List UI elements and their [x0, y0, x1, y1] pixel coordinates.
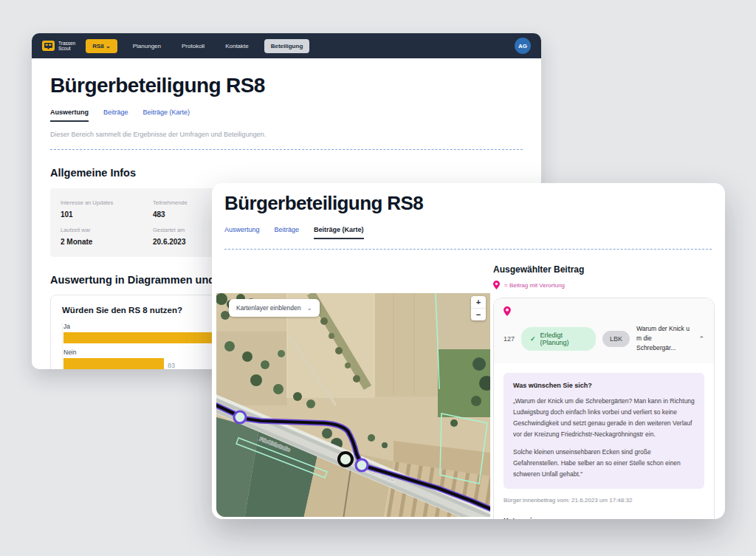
nav-item-protokoll[interactable]: Protokoll — [182, 43, 205, 49]
panel-heading: Ausgewählter Beitrag — [493, 264, 715, 275]
nav-item-kontakte[interactable]: Kontakte — [225, 43, 249, 49]
operator-badge: LBK — [602, 331, 630, 347]
contribution-card-header[interactable]: 127 ✓ Erledigt (Planung) LBK Warum der K… — [494, 298, 714, 363]
question-label: Was wünschen Sie sich? — [513, 382, 695, 389]
bar-nein — [63, 358, 164, 369]
nav-item-beteiligung-active[interactable]: Beteiligung — [264, 39, 310, 53]
quote-paragraph: „Warum der Knick um die Schrebergärten? … — [513, 396, 695, 441]
chevron-up-icon[interactable]: ⌃ — [698, 335, 704, 343]
contribution-title: Warum der Knick u m die Schrebergär... — [636, 324, 692, 354]
page-title: Bürgerbeteiligung RS8 — [224, 192, 725, 215]
dashed-divider — [50, 149, 523, 150]
waypoint-marker[interactable] — [234, 411, 246, 423]
status-badge: ✓ Erledigt (Planung) — [521, 327, 596, 351]
tab-auswertung[interactable]: Auswertung — [224, 226, 260, 239]
tab-beitraege[interactable]: Beiträge — [103, 109, 128, 122]
category-label: Kategorie — [504, 516, 704, 519]
legend-label: = Beitrag mit Verortung — [504, 282, 565, 289]
desktop-background: Trassen Scout RS8 ⌄ Planungen Protokoll … — [0, 0, 756, 556]
contribution-timestamp: Bürger:innenbeitrag vom: 21.6.2023 um 17… — [504, 497, 704, 504]
stat-value: 101 — [61, 210, 153, 219]
geolocation-legend: = Beitrag mit Verortung — [493, 281, 715, 289]
map-pin-icon — [504, 306, 511, 316]
zoom-in-button[interactable]: + — [471, 296, 486, 308]
page-title: Bürgerbeteiligung RS8 — [50, 74, 523, 97]
contribution-card: 127 ✓ Erledigt (Planung) LBK Warum der K… — [493, 298, 715, 519]
waypoint-marker[interactable] — [356, 459, 368, 471]
map-zoom-control: + − — [471, 296, 486, 320]
zoom-out-button[interactable]: − — [471, 308, 486, 320]
bar-value-nein: 83 — [168, 362, 175, 369]
citizen-quote-block: Was wünschen Sie sich? „Warum der Knick … — [504, 373, 704, 490]
bus-logo-icon — [42, 41, 55, 51]
map-pin-icon — [493, 281, 500, 289]
project-selector-button[interactable]: RS8 ⌄ — [86, 39, 117, 53]
quote-paragraph: Solche kleinen unseinsehbaren Ecken sind… — [513, 447, 695, 480]
selected-contribution-marker[interactable] — [339, 453, 352, 466]
app-navbar: Trassen Scout RS8 ⌄ Planungen Protokoll … — [32, 33, 541, 58]
tab-beitraege[interactable]: Beiträge — [275, 226, 300, 239]
stat-value: 2 Monate — [61, 238, 153, 246]
map-container[interactable]: Friedrichstraße Friedrichstraße Kartenla… — [216, 293, 490, 517]
dashed-divider — [224, 249, 712, 250]
stat-label: Laufzeit war — [61, 227, 153, 233]
contribution-id: 127 — [504, 335, 515, 343]
tab-beitraege-karte[interactable]: Beiträge (Karte) — [143, 109, 190, 122]
window-map-detail: Bürgerbeteiligung RS8 Auswertung Beiträg… — [212, 183, 725, 519]
stat-label: Interesse an Updates — [61, 199, 153, 206]
chevron-down-icon: ⌄ — [306, 304, 312, 312]
layer-button-label: Kartenlayer einblenden — [236, 304, 300, 312]
stat-column: Interesse an Updates 101 Laufzeit war 2 … — [61, 199, 153, 246]
tab-beitraege-karte[interactable]: Beiträge (Karte) — [314, 226, 364, 239]
map-canvas[interactable]: Friedrichstraße Friedrichstraße — [216, 293, 490, 517]
tab-auswertung[interactable]: Auswertung — [50, 109, 89, 122]
check-icon: ✓ — [530, 335, 536, 343]
nav-item-planungen[interactable]: Planungen — [133, 43, 161, 49]
tab-bar: Auswertung Beiträge Beiträge (Karte) — [224, 226, 725, 239]
tab-bar: Auswertung Beiträge Beiträge (Karte) — [50, 109, 523, 122]
general-infos-heading: Allgemeine Infos — [50, 167, 523, 179]
brand-name: Trassen Scout — [58, 41, 75, 52]
user-avatar[interactable]: AG — [515, 38, 531, 54]
contribution-card-body: Was wünschen Sie sich? „Warum der Knick … — [494, 363, 714, 519]
brand-logo[interactable]: Trassen Scout — [42, 41, 75, 52]
selected-contribution-panel: Ausgewählter Beitrag = Beitrag mit Veror… — [493, 264, 715, 519]
status-label: Erledigt (Planung) — [540, 332, 587, 346]
map-layer-toggle-button[interactable]: Kartenlayer einblenden ⌄ — [229, 299, 320, 317]
section-description: Dieser Bereich sammelt die Ergebnisse de… — [50, 131, 523, 138]
